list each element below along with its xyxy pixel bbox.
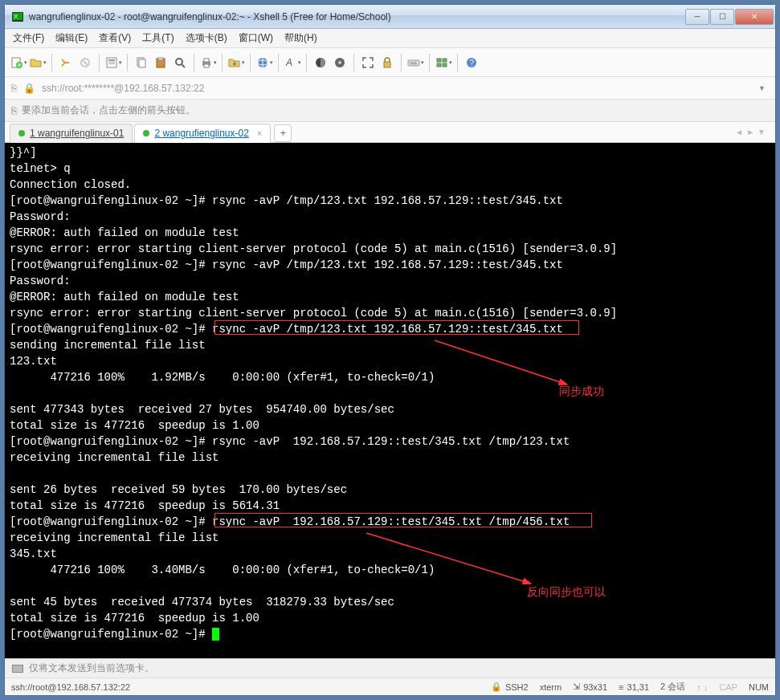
bookmark-add-icon[interactable]: ⎘ — [11, 105, 17, 116]
menu-file[interactable]: 文件(F) — [13, 31, 44, 45]
paste-button[interactable] — [152, 54, 169, 71]
address-dropdown-icon[interactable]: ▼ — [758, 84, 769, 92]
tab-next-icon[interactable]: ► — [746, 128, 754, 136]
status-ssh: 🔒SSH2 — [491, 682, 529, 692]
svg-rect-24 — [384, 62, 390, 67]
tab-prev-icon[interactable]: ◄ — [735, 128, 743, 136]
status-conn: ssh://root@192.168.57.132:22 — [11, 682, 130, 692]
terminal-line — [10, 466, 770, 482]
help-button[interactable]: ? — [463, 54, 480, 71]
color-scheme-1-button[interactable] — [312, 54, 329, 71]
terminal-line: [root@wangruifenglinux-02 ~]# rsync -avP… — [10, 321, 770, 337]
terminal-line: sent 26 bytes received 59 bytes 170.00 b… — [10, 482, 770, 498]
svg-rect-17 — [204, 64, 209, 67]
status-pos: ≡ 31,31 — [619, 682, 649, 692]
svg-rect-32 — [437, 63, 441, 67]
terminal-line: Password: — [10, 209, 770, 225]
status-term: xterm — [540, 682, 562, 692]
terminal-line: rsync error: error starting client-serve… — [10, 241, 770, 257]
terminal[interactable]: }}^]telnet> qConnection closed.[root@wan… — [5, 143, 775, 658]
tab-bar: 1 wangruifenglinux-01 2 wangrufienglinux… — [5, 122, 775, 143]
status-bar: ssh://root@192.168.57.132:22 🔒SSH2 xterm… — [5, 678, 775, 695]
terminal-line: receiving incremental file list — [10, 530, 770, 546]
titlebar[interactable]: X wangrufienglinux-02 - root@wangruifeng… — [5, 5, 775, 29]
terminal-line — [10, 385, 770, 401]
color-scheme-2-button[interactable] — [331, 54, 349, 71]
app-window: X wangrufienglinux-02 - root@wangruifeng… — [4, 4, 776, 696]
open-button[interactable] — [29, 54, 47, 71]
svg-point-14 — [176, 59, 182, 65]
transfer-button[interactable] — [227, 54, 245, 71]
tab-list-icon[interactable]: ▼ — [758, 128, 766, 136]
menu-view[interactable]: 查看(V) — [99, 31, 131, 45]
print-button[interactable] — [199, 54, 217, 71]
font-button[interactable]: A — [284, 54, 301, 71]
compose-bar: 仅将文本发送到当前选项卡。 — [5, 658, 775, 678]
status-cap: CAP — [719, 682, 737, 692]
tab-label: 2 wangrufienglinux-02 — [154, 128, 248, 139]
reconnect-button[interactable] — [57, 54, 75, 71]
terminal-line: Connection closed. — [10, 177, 770, 193]
toolbar: A ? — [5, 48, 775, 77]
window-title: wangrufienglinux-02 - root@wangruifengli… — [29, 11, 685, 22]
svg-rect-25 — [408, 60, 419, 66]
menu-tools[interactable]: 工具(T) — [142, 31, 174, 45]
address-text[interactable]: ssh://root:********@192.168.57.132:22 — [42, 83, 752, 94]
menu-edit[interactable]: 编辑(E) — [55, 31, 88, 45]
menu-optionstab[interactable]: 选项卡(B) — [186, 31, 227, 45]
terminal-line: telnet> q — [10, 161, 770, 177]
svg-rect-16 — [204, 59, 209, 62]
terminal-line: 123.txt — [10, 353, 770, 369]
fullscreen-button[interactable] — [359, 54, 377, 71]
copy-button[interactable] — [133, 54, 150, 71]
status-sessions: 2 会话 — [660, 681, 685, 693]
svg-rect-33 — [443, 63, 447, 67]
tip-bar: ⎘ 要添加当前会话，点击左侧的箭头按钮。 — [5, 100, 775, 122]
svg-rect-39 — [13, 665, 22, 672]
maximize-button[interactable]: ☐ — [710, 9, 734, 25]
menu-window[interactable]: 窗口(W) — [239, 31, 273, 45]
terminal-line: [root@wangruifenglinux-02 ~]# rsync -avP… — [10, 433, 770, 450]
addr-add-icon[interactable]: ⎘ — [11, 83, 17, 94]
terminal-line: }}^] — [10, 144, 770, 161]
globe-button[interactable] — [255, 54, 273, 71]
terminal-line: 345.txt — [10, 546, 770, 562]
status-num: NUM — [749, 682, 769, 692]
svg-text:A: A — [285, 57, 292, 68]
new-tab-button[interactable]: + — [274, 124, 292, 142]
layout-button[interactable] — [435, 54, 452, 71]
keyboard-button[interactable] — [406, 54, 424, 71]
status-dot-icon — [143, 130, 149, 136]
svg-rect-27 — [412, 62, 414, 63]
svg-rect-7 — [108, 59, 115, 61]
terminal-line: [root@wangruifenglinux-02 ~]# rsync -avP… — [10, 514, 770, 530]
svg-rect-9 — [108, 63, 115, 64]
terminal-line: [root@wangruifenglinux-02 ~]# — [10, 626, 770, 642]
find-button[interactable] — [171, 54, 189, 71]
properties-button[interactable] — [104, 54, 122, 71]
session-tab-1[interactable]: 1 wangruifenglinux-01 — [10, 124, 133, 143]
terminal-line: Password: — [10, 273, 770, 289]
terminal-line: total size is 477216 speedup is 1.00 — [10, 610, 770, 626]
svg-rect-13 — [158, 58, 163, 60]
terminal-line: sent 45 bytes received 477374 bytes 3182… — [10, 594, 770, 610]
compose-icon[interactable] — [11, 662, 24, 675]
terminal-line: receiving incremental file list — [10, 450, 770, 466]
terminal-line: [root@wangruifenglinux-02 ~]# rsync -avP… — [10, 193, 770, 209]
disconnect-button[interactable] — [76, 54, 94, 71]
close-button[interactable]: ✕ — [735, 9, 774, 25]
tab-close-icon[interactable]: × — [257, 128, 262, 138]
menu-help[interactable]: 帮助(H) — [284, 31, 317, 45]
new-session-button[interactable] — [10, 54, 27, 71]
terminal-line: rsync error: error starting client-serve… — [10, 305, 770, 321]
terminal-line: @ERROR: auth failed on module test — [10, 289, 770, 305]
tab-label: 1 wangruifenglinux-01 — [30, 128, 124, 139]
lock-button[interactable] — [378, 54, 396, 71]
svg-rect-8 — [108, 62, 115, 63]
tab-nav: ◄ ► ▼ — [735, 128, 770, 136]
status-size: ⇲ 93x31 — [573, 682, 607, 692]
terminal-line: sent 477343 bytes received 27 bytes 9547… — [10, 401, 770, 417]
address-bar: ⎘ 🔒 ssh://root:********@192.168.57.132:2… — [5, 77, 775, 100]
minimize-button[interactable]: ─ — [685, 9, 709, 25]
session-tab-2[interactable]: 2 wangrufienglinux-02 × — [134, 124, 271, 143]
